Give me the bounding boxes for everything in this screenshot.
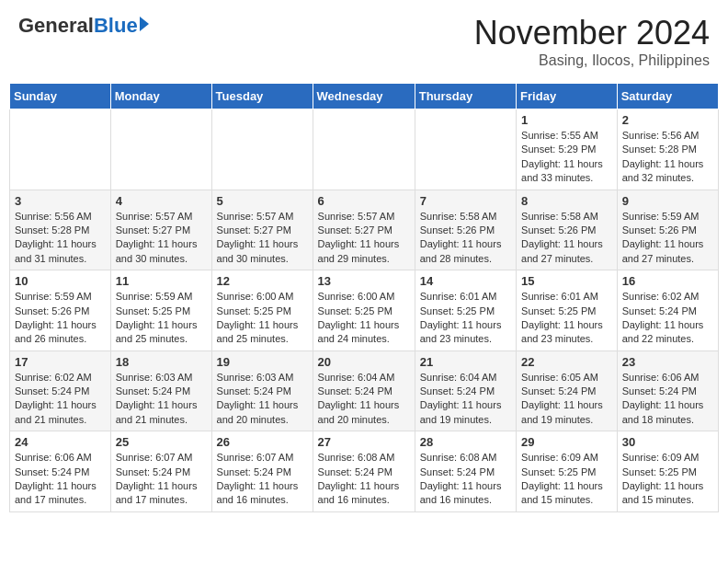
title-section: November 2024 Basing, Ilocos, Philippine… <box>474 14 710 69</box>
day-number: 12 <box>217 274 308 288</box>
calendar-cell: 15Sunrise: 6:01 AM Sunset: 5:25 PM Dayli… <box>517 270 618 351</box>
day-number: 3 <box>15 194 106 208</box>
day-info: Sunrise: 5:56 AM Sunset: 5:28 PM Dayligh… <box>622 129 713 186</box>
calendar-cell: 10Sunrise: 5:59 AM Sunset: 5:26 PM Dayli… <box>10 270 111 351</box>
day-number: 9 <box>622 194 713 208</box>
day-info: Sunrise: 6:07 AM Sunset: 5:24 PM Dayligh… <box>217 451 308 508</box>
calendar-week-row: 17Sunrise: 6:02 AM Sunset: 5:24 PM Dayli… <box>10 350 719 431</box>
day-info: Sunrise: 6:00 AM Sunset: 5:25 PM Dayligh… <box>217 290 308 347</box>
calendar-cell: 4Sunrise: 5:57 AM Sunset: 5:27 PM Daylig… <box>110 190 211 270</box>
day-number: 28 <box>420 435 511 449</box>
day-info: Sunrise: 6:07 AM Sunset: 5:24 PM Dayligh… <box>116 451 207 508</box>
day-info: Sunrise: 5:59 AM Sunset: 5:25 PM Dayligh… <box>116 290 207 347</box>
day-info: Sunrise: 5:58 AM Sunset: 5:26 PM Dayligh… <box>420 210 511 267</box>
calendar-cell <box>110 109 211 190</box>
day-info: Sunrise: 6:03 AM Sunset: 5:24 PM Dayligh… <box>217 371 308 428</box>
day-number: 30 <box>622 435 713 449</box>
day-info: Sunrise: 6:02 AM Sunset: 5:24 PM Dayligh… <box>15 371 106 428</box>
calendar-cell: 16Sunrise: 6:02 AM Sunset: 5:24 PM Dayli… <box>617 270 718 351</box>
day-number: 20 <box>318 355 410 369</box>
day-number: 29 <box>521 435 612 449</box>
logo-arrow-icon <box>140 17 149 31</box>
day-number: 27 <box>318 435 410 449</box>
day-number: 10 <box>15 274 106 288</box>
day-info: Sunrise: 6:02 AM Sunset: 5:24 PM Dayligh… <box>622 290 713 347</box>
day-info: Sunrise: 6:08 AM Sunset: 5:24 PM Dayligh… <box>318 451 410 508</box>
month-title: November 2024 <box>474 14 710 52</box>
calendar-cell: 2Sunrise: 5:56 AM Sunset: 5:28 PM Daylig… <box>617 109 718 190</box>
calendar-week-row: 3Sunrise: 5:56 AM Sunset: 5:28 PM Daylig… <box>10 190 719 270</box>
calendar-cell: 19Sunrise: 6:03 AM Sunset: 5:24 PM Dayli… <box>211 350 313 431</box>
calendar-cell: 3Sunrise: 5:56 AM Sunset: 5:28 PM Daylig… <box>10 190 111 270</box>
day-number: 26 <box>217 435 308 449</box>
day-info: Sunrise: 6:08 AM Sunset: 5:24 PM Dayligh… <box>420 451 511 508</box>
location-label: Basing, Ilocos, Philippines <box>474 52 710 69</box>
day-number: 25 <box>116 435 207 449</box>
day-info: Sunrise: 6:05 AM Sunset: 5:24 PM Dayligh… <box>521 371 612 428</box>
day-number: 4 <box>116 194 207 208</box>
day-info: Sunrise: 6:00 AM Sunset: 5:25 PM Dayligh… <box>318 290 410 347</box>
day-number: 17 <box>15 355 106 369</box>
day-info: Sunrise: 5:57 AM Sunset: 5:27 PM Dayligh… <box>217 210 308 267</box>
calendar-cell: 27Sunrise: 6:08 AM Sunset: 5:24 PM Dayli… <box>313 431 415 512</box>
calendar-week-row: 24Sunrise: 6:06 AM Sunset: 5:24 PM Dayli… <box>10 431 719 512</box>
calendar-cell: 7Sunrise: 5:58 AM Sunset: 5:26 PM Daylig… <box>415 190 516 270</box>
calendar-cell: 8Sunrise: 5:58 AM Sunset: 5:26 PM Daylig… <box>517 190 618 270</box>
day-info: Sunrise: 6:04 AM Sunset: 5:24 PM Dayligh… <box>318 371 410 428</box>
calendar-week-row: 10Sunrise: 5:59 AM Sunset: 5:26 PM Dayli… <box>10 270 719 351</box>
day-of-week-header: Friday <box>517 84 618 109</box>
day-info: Sunrise: 5:59 AM Sunset: 5:26 PM Dayligh… <box>622 210 713 267</box>
day-info: Sunrise: 6:06 AM Sunset: 5:24 PM Dayligh… <box>15 451 106 508</box>
calendar-cell: 26Sunrise: 6:07 AM Sunset: 5:24 PM Dayli… <box>211 431 313 512</box>
day-info: Sunrise: 6:01 AM Sunset: 5:25 PM Dayligh… <box>521 290 612 347</box>
day-number: 15 <box>521 274 612 288</box>
day-number: 24 <box>15 435 106 449</box>
day-number: 5 <box>217 194 308 208</box>
day-info: Sunrise: 5:59 AM Sunset: 5:26 PM Dayligh… <box>15 290 106 347</box>
day-of-week-header: Saturday <box>617 84 718 109</box>
day-number: 18 <box>116 355 207 369</box>
day-number: 11 <box>116 274 207 288</box>
day-info: Sunrise: 6:09 AM Sunset: 5:25 PM Dayligh… <box>521 451 612 508</box>
calendar-cell: 17Sunrise: 6:02 AM Sunset: 5:24 PM Dayli… <box>10 350 111 431</box>
calendar-cell <box>211 109 313 190</box>
calendar-body: 1Sunrise: 5:55 AM Sunset: 5:29 PM Daylig… <box>10 109 719 512</box>
calendar-table: SundayMondayTuesdayWednesdayThursdayFrid… <box>9 83 719 512</box>
day-of-week-header: Tuesday <box>211 84 313 109</box>
day-info: Sunrise: 5:58 AM Sunset: 5:26 PM Dayligh… <box>521 210 612 267</box>
day-number: 21 <box>420 355 511 369</box>
day-info: Sunrise: 6:04 AM Sunset: 5:24 PM Dayligh… <box>420 371 511 428</box>
calendar-cell: 24Sunrise: 6:06 AM Sunset: 5:24 PM Dayli… <box>10 431 111 512</box>
day-number: 16 <box>622 274 713 288</box>
day-info: Sunrise: 6:01 AM Sunset: 5:25 PM Dayligh… <box>420 290 511 347</box>
calendar-cell: 5Sunrise: 5:57 AM Sunset: 5:27 PM Daylig… <box>211 190 313 270</box>
page-header: General Blue November 2024 Basing, Iloco… <box>9 9 719 74</box>
calendar-cell: 12Sunrise: 6:00 AM Sunset: 5:25 PM Dayli… <box>211 270 313 351</box>
calendar-cell: 21Sunrise: 6:04 AM Sunset: 5:24 PM Dayli… <box>415 350 516 431</box>
calendar-cell: 1Sunrise: 5:55 AM Sunset: 5:29 PM Daylig… <box>517 109 618 190</box>
day-number: 23 <box>622 355 713 369</box>
day-number: 6 <box>318 194 410 208</box>
day-number: 19 <box>217 355 308 369</box>
calendar-cell: 23Sunrise: 6:06 AM Sunset: 5:24 PM Dayli… <box>617 350 718 431</box>
calendar-cell: 29Sunrise: 6:09 AM Sunset: 5:25 PM Dayli… <box>517 431 618 512</box>
logo-blue-text: Blue <box>94 14 138 38</box>
day-info: Sunrise: 5:55 AM Sunset: 5:29 PM Dayligh… <box>521 129 612 186</box>
calendar-cell <box>10 109 111 190</box>
day-of-week-header: Monday <box>110 84 211 109</box>
day-of-week-header: Wednesday <box>313 84 415 109</box>
calendar-cell: 14Sunrise: 6:01 AM Sunset: 5:25 PM Dayli… <box>415 270 516 351</box>
calendar-cell <box>415 109 516 190</box>
day-number: 2 <box>622 113 713 127</box>
day-info: Sunrise: 5:57 AM Sunset: 5:27 PM Dayligh… <box>116 210 207 267</box>
day-number: 7 <box>420 194 511 208</box>
calendar-week-row: 1Sunrise: 5:55 AM Sunset: 5:29 PM Daylig… <box>10 109 719 190</box>
day-of-week-header: Sunday <box>10 84 111 109</box>
calendar-cell: 22Sunrise: 6:05 AM Sunset: 5:24 PM Dayli… <box>517 350 618 431</box>
calendar-cell: 6Sunrise: 5:57 AM Sunset: 5:27 PM Daylig… <box>313 190 415 270</box>
day-info: Sunrise: 6:09 AM Sunset: 5:25 PM Dayligh… <box>622 451 713 508</box>
logo-general-text: General <box>18 14 94 38</box>
day-info: Sunrise: 6:03 AM Sunset: 5:24 PM Dayligh… <box>116 371 207 428</box>
calendar-cell: 30Sunrise: 6:09 AM Sunset: 5:25 PM Dayli… <box>617 431 718 512</box>
calendar-cell: 20Sunrise: 6:04 AM Sunset: 5:24 PM Dayli… <box>313 350 415 431</box>
